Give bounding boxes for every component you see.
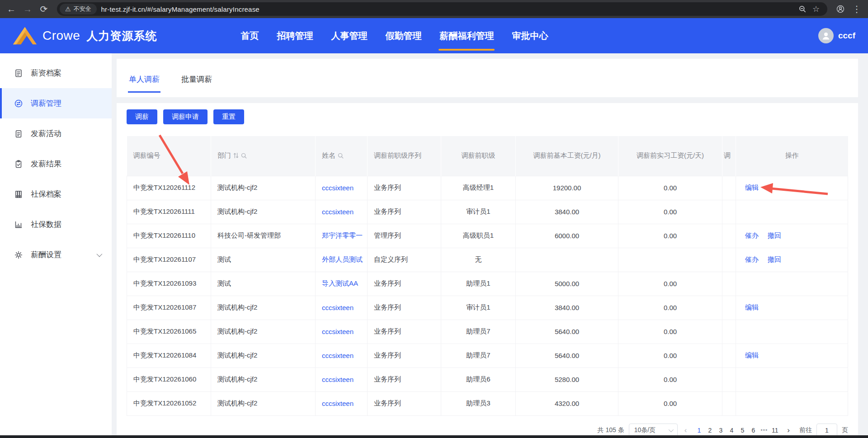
cell-department: 测试机构-cjf2 (211, 176, 316, 200)
prev-page-icon[interactable]: ‹ (682, 426, 689, 435)
reload-icon[interactable]: ⟳ (37, 2, 51, 16)
nav-item-home[interactable]: 首页 (241, 18, 259, 53)
column-header-department: 部门 (211, 136, 316, 176)
cell-pre-level: 无 (441, 248, 516, 272)
security-chip[interactable]: ⚠ 不安全 (60, 4, 97, 14)
table-row: 中竞发TX120261110科技公司-研发管理部郑宇洋零零一管理序列高级职员16… (127, 224, 848, 248)
sidebar-item-payroll-result[interactable]: 发薪结果 (0, 149, 112, 179)
search-icon[interactable] (338, 153, 344, 159)
column-header-pre-base-salary: 调薪前基本工资(元/月) (516, 136, 618, 176)
cell-department: 测试机构-cjf2 (211, 296, 316, 320)
crowe-logo-icon (13, 25, 37, 46)
cell-name: 郑宇洋零零一 (316, 224, 368, 248)
page-number-5[interactable]: 5 (737, 427, 748, 434)
cell-pre-intern-salary: 0.00 (618, 344, 722, 367)
page-number-11[interactable]: 11 (769, 427, 780, 434)
employee-name-link[interactable]: cccsixteen (322, 184, 354, 192)
nav-item-approval-center[interactable]: 审批中心 (512, 18, 548, 53)
employee-name-link[interactable]: cccsixteen (322, 400, 354, 407)
adjust-apply-button[interactable]: 调薪申请 (163, 109, 208, 124)
page-number-4[interactable]: 4 (726, 427, 737, 434)
nav-item-salary-benefits[interactable]: 薪酬福利管理 (439, 18, 494, 53)
cell-pre-base-salary (516, 248, 618, 272)
employee-name-link[interactable]: cccsixteen (322, 328, 354, 335)
cell-clipped (722, 320, 736, 344)
sidebar-item-label: 发薪活动 (31, 128, 61, 139)
column-header-pre-level-series: 调薪前职级序列 (368, 136, 441, 176)
tab-batch-adjust[interactable]: 批量调薪 (180, 61, 213, 93)
cell-operation (736, 320, 848, 344)
cell-adjust-id: 中竞发TX120261084 (127, 344, 211, 367)
sidebar-item-label: 薪酬设置 (31, 250, 61, 260)
employee-name-link[interactable]: cccsixteen (322, 376, 354, 383)
reset-button[interactable]: 重置 (213, 109, 244, 124)
address-bar[interactable]: ⚠ 不安全 hr-test.zjf-it.cn/#/salaryManageme… (57, 2, 827, 16)
bookmark-star-icon[interactable]: ☆ (810, 3, 822, 15)
cell-name: cccsixteen (316, 176, 368, 200)
cell-pre-level-series: 业务序列 (368, 320, 441, 344)
page-number-3[interactable]: 3 (715, 427, 726, 434)
cell-pre-level-series: 业务序列 (368, 272, 441, 296)
adjust-button[interactable]: 调薪 (127, 109, 157, 124)
sidebar-item-salary-archive[interactable]: 薪资档案 (0, 58, 112, 88)
cell-department: 测试机构-cjf2 (211, 320, 316, 344)
page-size-select[interactable]: 10条/页 (629, 424, 678, 437)
cell-pre-level-series: 业务序列 (368, 367, 441, 391)
warning-icon: ⚠ (65, 5, 71, 13)
op-link[interactable]: 编辑 (745, 303, 759, 311)
cell-pre-level: 助理员7 (441, 344, 516, 367)
cell-pre-level: 高级经理1 (441, 176, 516, 200)
clipboard-check-icon (14, 160, 23, 169)
employee-name-link[interactable]: 外部人员测试 (322, 255, 363, 263)
cell-pre-level-series: 业务序列 (368, 200, 441, 224)
cell-name: cccsixteen (316, 344, 368, 367)
back-icon[interactable]: ← (5, 2, 18, 16)
employee-name-link[interactable]: cccsixteen (322, 352, 354, 359)
cell-clipped (722, 391, 736, 415)
table-row: 中竞发TX120261111测试机构-cjf2cccsixteen业务序列审计员… (127, 200, 848, 224)
pagination: 共 105 条 10条/页 ‹ 123456•••11 › 前往 页 (127, 424, 848, 437)
cell-operation: 编辑 (736, 296, 848, 320)
op-link[interactable]: 撤回 (768, 255, 781, 263)
cell-clipped (722, 296, 736, 320)
zoom-out-icon[interactable] (797, 3, 808, 15)
op-link[interactable]: 编辑 (745, 184, 759, 191)
sidebar-item-social-security-data[interactable]: 社保数据 (0, 209, 112, 240)
column-header-pre-level: 调薪前职级 (441, 136, 516, 176)
user-menu[interactable]: cccf (818, 28, 855, 43)
forward-icon[interactable]: → (21, 2, 34, 16)
page-numbers: 123456•••11 (693, 427, 780, 434)
sidebar-item-payroll-activity[interactable]: 发薪活动 (0, 118, 112, 149)
column-header-clipped: 调 (722, 136, 736, 176)
cell-clipped (722, 367, 736, 391)
nav-item-recruit[interactable]: 招聘管理 (277, 18, 313, 53)
column-label: 调薪前基本工资(元/月) (533, 151, 600, 159)
nav-item-attendance[interactable]: 假勤管理 (385, 18, 421, 53)
browser-menu-icon[interactable]: ⋮ (850, 2, 863, 16)
page-number-1[interactable]: 1 (693, 427, 704, 434)
sidebar-item-salary-settings[interactable]: 薪酬设置 (0, 240, 112, 270)
employee-name-link[interactable]: 郑宇洋零零一 (322, 231, 363, 239)
employee-name-link[interactable]: 导入测试AA (322, 279, 358, 287)
goto-page-input[interactable] (816, 424, 837, 437)
page-ellipsis[interactable]: ••• (759, 427, 769, 433)
profile-icon[interactable] (834, 2, 847, 16)
next-page-icon[interactable]: › (785, 426, 792, 435)
op-link[interactable]: 撤回 (768, 231, 781, 239)
cell-operation (736, 391, 848, 415)
page-number-2[interactable]: 2 (704, 427, 715, 434)
tab-single-adjust[interactable]: 单人调薪 (128, 61, 160, 93)
sidebar-item-salary-adjustment[interactable]: 调薪管理 (0, 88, 112, 118)
chevron-down-icon (97, 251, 103, 257)
search-icon[interactable] (241, 153, 247, 159)
employee-name-link[interactable]: cccsixteen (322, 208, 354, 216)
sort-icon[interactable] (233, 152, 239, 159)
op-link[interactable]: 催办 (745, 255, 759, 263)
cell-pre-intern-salary: 0.00 (618, 224, 722, 248)
nav-item-personnel[interactable]: 人事管理 (331, 18, 367, 53)
op-link[interactable]: 催办 (745, 231, 759, 239)
sidebar-item-social-security-archive[interactable]: 社保档案 (0, 179, 112, 209)
employee-name-link[interactable]: cccsixteen (322, 304, 354, 311)
page-number-6[interactable]: 6 (748, 427, 759, 434)
op-link[interactable]: 编辑 (745, 351, 759, 359)
